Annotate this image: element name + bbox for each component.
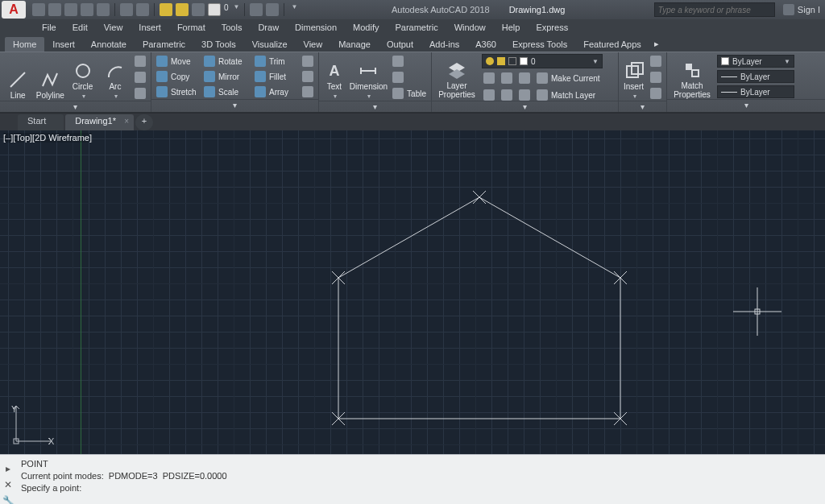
redo-icon[interactable] — [136, 3, 149, 16]
layer-tool2[interactable] — [500, 71, 514, 85]
undo-icon[interactable] — [120, 3, 133, 16]
panel-modify-expand[interactable]: ▾ — [151, 99, 318, 110]
tab-add[interactable]: + — [135, 114, 153, 130]
hatch-button[interactable] — [133, 86, 147, 101]
layer-tool3[interactable] — [517, 71, 532, 85]
polyline-button[interactable]: Polyline — [35, 55, 64, 100]
trim-button[interactable]: Trim — [253, 54, 297, 68]
tab-addins[interactable]: Add-ins — [421, 37, 467, 52]
menu-draw[interactable]: Draw — [250, 21, 287, 34]
lineweight-selector[interactable]: ByLayer — [717, 70, 794, 83]
spline-button[interactable] — [133, 54, 147, 68]
block-tool1[interactable] — [649, 54, 663, 68]
open-icon[interactable] — [48, 3, 61, 16]
plot-icon[interactable] — [97, 3, 110, 16]
tab-a360[interactable]: A360 — [467, 37, 504, 52]
drawing-area[interactable]: [–][Top][2D Wireframe] Y X — [0, 130, 825, 454]
saveas-icon[interactable] — [81, 3, 93, 16]
menu-window[interactable]: Window — [446, 21, 494, 34]
new-icon[interactable] — [32, 3, 45, 16]
tab-manage[interactable]: Manage — [330, 37, 379, 52]
panel-block-expand[interactable]: ▾ — [619, 101, 666, 112]
menu-express[interactable]: Express — [528, 21, 576, 34]
menu-dimension[interactable]: Dimension — [287, 21, 345, 34]
qat-overflow-icon[interactable]: ▼ — [291, 3, 297, 16]
copy-button[interactable]: Copy — [155, 69, 199, 84]
arc-button[interactable]: Arc▾ — [101, 55, 130, 100]
block-tool3[interactable] — [649, 86, 663, 101]
ellipse-button[interactable] — [133, 70, 147, 85]
linetype-selector[interactable]: ByLayer — [717, 85, 794, 98]
lock-icon[interactable] — [192, 3, 205, 16]
modify-extra3[interactable] — [301, 85, 315, 99]
move-button[interactable]: Move — [155, 54, 199, 68]
tab-visualize[interactable]: Visualize — [244, 37, 296, 52]
table-button[interactable]: Table — [391, 86, 428, 101]
array-button[interactable]: Array — [253, 85, 297, 99]
block-tool2[interactable] — [649, 70, 663, 85]
misc-icon-2[interactable] — [266, 3, 279, 16]
mleader-button[interactable] — [391, 70, 428, 85]
tab-start[interactable]: Start — [18, 114, 64, 130]
tab-drawing1[interactable]: Drawing1*× — [65, 114, 134, 130]
ucs-icon[interactable]: Y X — [10, 399, 58, 448]
sun-icon[interactable] — [176, 3, 189, 16]
misc-icon-1[interactable] — [250, 3, 263, 16]
color-selector[interactable]: ByLayer▼ — [717, 55, 794, 68]
circle-button[interactable]: Circle▾ — [68, 55, 97, 100]
text-button[interactable]: A Text▾ — [322, 55, 346, 100]
save-icon[interactable] — [64, 3, 77, 16]
tab-overflow[interactable]: ▸ — [649, 36, 664, 52]
layer-selector[interactable]: 0 ▼ — [482, 54, 603, 68]
make-current-button[interactable]: Make Current — [535, 71, 602, 85]
bulb-icon[interactable] — [160, 3, 172, 16]
menu-help[interactable]: Help — [494, 21, 529, 34]
fillet-button[interactable]: Fillet — [253, 69, 297, 84]
menu-insert[interactable]: Insert — [131, 21, 169, 34]
command-settings-icon[interactable]: 🔧 — [2, 495, 15, 504]
tab-insert[interactable]: Insert — [44, 37, 83, 52]
layer-tool1[interactable] — [482, 71, 496, 85]
line-button[interactable]: Line — [3, 55, 32, 100]
panel-layers-expand[interactable]: ▾ — [432, 101, 618, 112]
tab-annotate[interactable]: Annotate — [83, 37, 135, 52]
menu-format[interactable]: Format — [169, 21, 214, 34]
rotate-button[interactable]: Rotate — [202, 54, 250, 68]
mirror-button[interactable]: Mirror — [202, 69, 250, 84]
search-input[interactable] — [654, 2, 775, 17]
close-icon[interactable]: × — [124, 117, 129, 126]
menu-view[interactable]: View — [96, 21, 131, 34]
menu-parametric[interactable]: Parametric — [387, 21, 446, 34]
layer-properties-button[interactable]: Layer Properties — [435, 54, 479, 99]
insert-block-button[interactable]: Insert▾ — [622, 55, 645, 100]
command-line[interactable]: ▸ ✕ 🔧 POINT Current point modes: PDMODE=… — [0, 454, 825, 504]
tab-expresstools[interactable]: Express Tools — [504, 37, 575, 52]
block-icon — [624, 61, 644, 81]
leader-button[interactable] — [391, 54, 428, 68]
modify-extra2[interactable] — [301, 69, 315, 84]
stretch-button[interactable]: Stretch — [155, 85, 199, 99]
panel-draw-expand[interactable]: ▾ — [0, 101, 151, 112]
menu-edit[interactable]: Edit — [64, 21, 96, 34]
recent-commands-icon[interactable]: ▸ — [6, 463, 10, 474]
tab-parametric[interactable]: Parametric — [135, 37, 193, 52]
panel-annotation-expand[interactable]: ▾ — [319, 101, 431, 112]
tab-home[interactable]: Home — [5, 37, 44, 52]
scale-button[interactable]: Scale — [202, 85, 250, 99]
qat-layer-dropdown-icon[interactable]: ▼ — [234, 3, 240, 16]
tab-output[interactable]: Output — [379, 37, 421, 52]
menu-modify[interactable]: Modify — [345, 21, 387, 34]
tab-3dtools[interactable]: 3D Tools — [193, 37, 244, 52]
application-menu-button[interactable]: A — [2, 1, 26, 19]
sign-in-button[interactable]: Sign I — [783, 4, 820, 15]
tab-featuredapps[interactable]: Featured Apps — [575, 37, 649, 52]
layer-swatch-icon[interactable] — [208, 3, 221, 16]
modify-extra1[interactable] — [301, 54, 315, 68]
tab-view[interactable]: View — [296, 37, 331, 52]
dimension-button[interactable]: Dimension▾ — [350, 55, 388, 100]
menu-tools[interactable]: Tools — [214, 21, 251, 34]
command-close-icon[interactable]: ✕ — [4, 479, 12, 490]
menu-file[interactable]: File — [34, 21, 64, 34]
match-properties-button[interactable]: Match Properties — [670, 54, 714, 99]
panel-props-expand[interactable]: ▾ — [667, 99, 825, 110]
